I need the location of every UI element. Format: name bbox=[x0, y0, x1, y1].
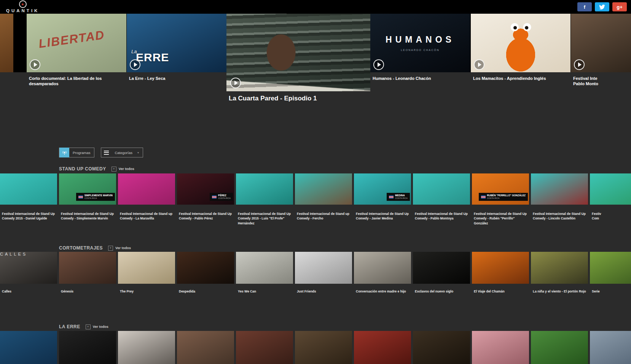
video-title[interactable]: Calles bbox=[2, 289, 57, 294]
play-button[interactable] bbox=[30, 59, 40, 70]
video-thumbnail[interactable] bbox=[531, 173, 588, 205]
video-title[interactable]: La Cuarta Pared - Episodio 1 bbox=[229, 94, 319, 103]
video-thumbnail-image bbox=[471, 14, 570, 72]
video-thumbnail[interactable]: MEDINACOSTA RICA bbox=[354, 173, 411, 205]
ver-todos-button[interactable]: +Ver todos bbox=[112, 167, 134, 172]
video-thumbnail-image bbox=[571, 14, 631, 72]
video-thumbnail[interactable] bbox=[118, 331, 175, 364]
broadcast-icon bbox=[59, 148, 69, 157]
video-thumbnail[interactable] bbox=[413, 173, 470, 205]
video-thumbnail[interactable] bbox=[354, 331, 411, 364]
video-thumbnail[interactable] bbox=[590, 331, 631, 364]
video-thumbnail[interactable] bbox=[413, 252, 470, 284]
video-thumbnail[interactable] bbox=[531, 252, 588, 284]
video-title[interactable]: Génesis bbox=[61, 289, 116, 294]
video-thumbnail[interactable]: CALLES bbox=[0, 252, 57, 284]
video-title[interactable]: Serie bbox=[592, 289, 631, 294]
video-thumbnail[interactable] bbox=[0, 173, 57, 205]
video-thumbnail[interactable] bbox=[472, 331, 529, 364]
video-thumbnail[interactable] bbox=[177, 252, 234, 284]
site-logo[interactable]: QUANTIK bbox=[6, 0, 39, 13]
thumbnail-art-text: HUMANOS bbox=[386, 34, 455, 45]
video-title[interactable]: Festival Internacional de Stand Up Comed… bbox=[238, 211, 293, 226]
carousel-video[interactable]: HUMANOSLEONARDO CHACÓNHumanos - Leonardo… bbox=[370, 14, 470, 72]
video-thumbnail[interactable] bbox=[413, 331, 470, 364]
costa-rica-flag-icon bbox=[78, 196, 83, 199]
video-thumbnail[interactable]: RUBÉN "PERRILLO" GONZÁLEZCOSTA RICA bbox=[472, 173, 529, 205]
video-title[interactable]: La niña y el viento - El portón Rojo bbox=[533, 289, 588, 294]
topbar: QUANTIK f g+ bbox=[0, 0, 631, 14]
video-title[interactable]: Esclavos del nuevo siglo bbox=[415, 289, 470, 294]
video-thumbnail[interactable] bbox=[295, 173, 352, 205]
video-thumbnail[interactable] bbox=[590, 173, 631, 205]
video-thumbnail[interactable]: SIMPLEMENTE MARVINCOSTA RICA bbox=[59, 173, 116, 205]
video-thumbnail[interactable] bbox=[236, 252, 293, 284]
googleplus-button[interactable]: g+ bbox=[612, 2, 627, 11]
video-title[interactable]: Humanos - Leonardo Chacón bbox=[373, 76, 433, 81]
video-thumbnail[interactable] bbox=[236, 173, 293, 205]
video-thumbnail[interactable] bbox=[590, 252, 631, 284]
video-thumbnail[interactable] bbox=[354, 252, 411, 284]
video-title[interactable]: Festival Internacional de Stand Up Comed… bbox=[179, 211, 234, 221]
play-button[interactable] bbox=[373, 59, 384, 70]
categorias-button[interactable]: Categorías ▾ bbox=[101, 148, 143, 157]
video-title[interactable]: Los Mamacitos - Aprendiendo Inglés bbox=[473, 76, 548, 81]
carousel-video[interactable]: LaERRELa Erre - Ley Seca bbox=[127, 14, 226, 72]
video-title[interactable]: Festiv Com bbox=[592, 211, 631, 221]
video-thumbnail[interactable] bbox=[177, 331, 234, 364]
carousel-video[interactable] bbox=[0, 14, 13, 72]
play-button[interactable] bbox=[474, 59, 484, 70]
section-title: CORTOMETRAJES bbox=[59, 245, 103, 251]
video-thumbnail[interactable] bbox=[472, 252, 529, 284]
carousel-video[interactable]: Festival Inte Pablo Monto bbox=[571, 14, 631, 72]
play-button[interactable] bbox=[230, 78, 241, 88]
video-thumbnail[interactable] bbox=[118, 252, 175, 284]
video-title[interactable]: Festival Internacional de Stand Up Comed… bbox=[61, 211, 116, 221]
video-thumbnail[interactable] bbox=[0, 331, 57, 364]
video-thumbnail[interactable] bbox=[531, 331, 588, 364]
thumbnail-art-subtext: ERRE bbox=[136, 51, 169, 64]
featured-video[interactable]: La Cuarta Pared - Episodio 1 bbox=[226, 14, 370, 91]
video-thumbnail[interactable] bbox=[59, 331, 116, 364]
video-title[interactable]: Festival Internacional de Stand Up Comed… bbox=[415, 211, 470, 221]
video-thumbnail[interactable] bbox=[295, 252, 352, 284]
banner-text: PÉREZCOSTA RICA bbox=[218, 194, 231, 200]
video-thumbnail[interactable] bbox=[59, 252, 116, 284]
video-title[interactable]: Corto documental: La libertad de los des… bbox=[29, 76, 126, 87]
twitter-icon bbox=[599, 5, 605, 10]
facebook-button[interactable]: f bbox=[577, 2, 592, 11]
video-title[interactable]: Conversación entre madre e hijo bbox=[356, 289, 411, 294]
video-title[interactable]: Yes We Can bbox=[238, 289, 293, 294]
banner-country: COSTA RICA bbox=[395, 197, 408, 200]
video-title[interactable]: Festival Internacional de Stand Up Comed… bbox=[533, 211, 588, 221]
carousel-video[interactable]: Los Mamacitos - Aprendiendo Inglés bbox=[471, 14, 570, 72]
thumbnail-art-subtext: LEONARDO CHACÓN bbox=[401, 49, 440, 51]
hero-carousel: LIBERTADCorto documental: La libertad de… bbox=[0, 14, 631, 128]
video-thumbnail[interactable]: PÉREZCOSTA RICA bbox=[177, 173, 234, 205]
ver-todos-button[interactable]: +Ver todos bbox=[108, 246, 131, 251]
play-button[interactable] bbox=[574, 59, 585, 70]
video-title[interactable]: Festival Internacional de Stand Up Comed… bbox=[356, 211, 411, 221]
video-title[interactable]: Festival Internacional de Stand Up Comed… bbox=[2, 211, 57, 221]
play-button[interactable] bbox=[130, 59, 140, 70]
video-title[interactable]: Just Friends bbox=[297, 289, 352, 294]
video-title[interactable]: The Prey bbox=[120, 289, 175, 294]
video-title[interactable]: El Viaje del Chamán bbox=[474, 289, 529, 294]
quantik-logo-icon bbox=[19, 0, 27, 8]
facebook-icon: f bbox=[584, 4, 585, 10]
section-header: CORTOMETRAJES+Ver todos bbox=[59, 245, 131, 251]
video-title[interactable]: Festival Internacional de Stand Up Comed… bbox=[474, 211, 529, 226]
twitter-button[interactable] bbox=[595, 2, 609, 11]
ver-todos-button[interactable]: +Ver todos bbox=[86, 324, 108, 329]
video-title[interactable]: Despedida bbox=[179, 289, 234, 294]
section-title: LA ERRE bbox=[59, 324, 80, 329]
video-thumbnail[interactable] bbox=[236, 331, 293, 364]
video-title[interactable]: Festival Internacional de Stand up Comed… bbox=[297, 211, 352, 221]
video-title[interactable]: Festival Inte Pablo Monto bbox=[573, 76, 601, 87]
carousel-video[interactable]: LIBERTADCorto documental: La libertad de… bbox=[27, 14, 126, 72]
video-title[interactable]: La Erre - Ley Seca bbox=[129, 76, 167, 81]
programas-button[interactable]: Programas bbox=[59, 148, 94, 157]
video-thumbnail[interactable] bbox=[118, 173, 175, 205]
video-thumbnail[interactable] bbox=[295, 331, 352, 364]
video-title[interactable]: Festival Internacional de Stand up Comed… bbox=[120, 211, 175, 221]
